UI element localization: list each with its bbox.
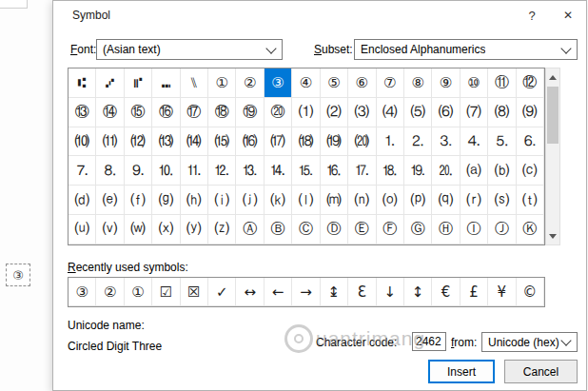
symbol-cell[interactable]: ⒠ — [96, 186, 124, 215]
symbol-cell[interactable]: ⑸ — [404, 98, 432, 127]
symbol-cell[interactable]: ⒔ — [236, 156, 264, 186]
symbol-cell[interactable]: ⒝ — [488, 156, 516, 186]
symbol-cell[interactable]: ⒅ — [292, 127, 320, 157]
symbol-cell[interactable]: ⒘ — [348, 156, 376, 186]
recent-symbol-cell[interactable]: ☒ — [181, 278, 208, 306]
symbol-cell[interactable]: ⒛ — [432, 156, 460, 186]
recent-symbol-cell[interactable]: ↓ — [377, 278, 404, 306]
symbol-cell[interactable]: ⑮ — [125, 98, 152, 127]
symbol-cell[interactable]: ⑺ — [461, 98, 488, 127]
symbol-cell[interactable]: Ⓓ — [321, 215, 348, 244]
symbol-cell[interactable]: Ⓕ — [377, 215, 404, 244]
symbol-cell[interactable]: ⒌ — [488, 127, 516, 157]
recent-symbol-cell[interactable]: € — [432, 278, 460, 306]
symbol-cell[interactable]: ⒭ — [461, 186, 488, 215]
symbol-cell[interactable]: ⒃ — [236, 127, 264, 157]
scroll-up-icon[interactable] — [546, 69, 559, 85]
symbol-cell[interactable]: ⒱ — [96, 215, 124, 244]
symbol-cell[interactable]: ② — [236, 68, 264, 98]
symbol-cell[interactable]: Ⓔ — [348, 215, 376, 244]
help-icon[interactable]: ? — [523, 7, 540, 24]
symbol-cell[interactable]: ⒐ — [125, 156, 152, 186]
insert-button[interactable]: Insert — [428, 360, 495, 383]
symbol-cell[interactable]: ⑾ — [96, 127, 124, 157]
character-code-input[interactable] — [412, 332, 446, 351]
symbol-cell[interactable]: ⑼ — [517, 98, 544, 127]
symbol-cell[interactable]: ⒓ — [208, 156, 236, 186]
dialog-title-bar[interactable]: Symbol ? ✕ — [53, 1, 586, 29]
symbol-cell[interactable]: ⒰ — [69, 215, 96, 244]
symbol-cell[interactable]: ⒪ — [377, 186, 404, 215]
recent-symbol-cell[interactable]: ↕ — [404, 278, 432, 306]
symbol-cell[interactable]: ⒬ — [432, 186, 460, 215]
symbol-cell[interactable]: Ⓖ — [404, 215, 432, 244]
font-dropdown[interactable]: (Asian text) — [96, 39, 283, 60]
symbol-cell[interactable]: ⑰ — [181, 98, 208, 127]
symbol-cell[interactable]: ⒖ — [292, 156, 320, 186]
symbol-cell[interactable]: ⑶ — [348, 98, 376, 127]
scrollbar-thumb[interactable] — [547, 87, 559, 144]
symbol-cell[interactable]: ⑥ — [348, 68, 376, 98]
recent-symbol-cell[interactable]: ① — [125, 278, 152, 306]
symbol-cell[interactable]: ① — [208, 68, 236, 98]
symbol-cell[interactable]: ⒉ — [404, 127, 432, 157]
symbol-cell[interactable]: ⒟ — [69, 186, 96, 215]
recent-symbol-cell[interactable]: £ — [461, 278, 488, 306]
symbol-cell[interactable]: ⑹ — [432, 98, 460, 127]
symbol-cell[interactable]: Ⓗ — [432, 215, 460, 244]
symbol-cell[interactable]: ⒢ — [152, 186, 180, 215]
symbol-cell[interactable]: ⒀ — [152, 127, 180, 157]
symbol-cell[interactable]: ⑧ — [404, 68, 432, 98]
symbol-cell[interactable]: ⑆ — [69, 68, 96, 98]
symbol-cell[interactable]: ⑬ — [69, 98, 96, 127]
symbol-cell[interactable]: ⒗ — [321, 156, 348, 186]
symbol-cell[interactable]: ⑊ — [181, 68, 208, 98]
close-icon[interactable]: ✕ — [559, 7, 577, 24]
symbol-cell[interactable]: ⒋ — [461, 127, 488, 157]
symbol-cell[interactable]: Ⓑ — [265, 215, 292, 244]
recent-symbol-cell[interactable]: ¥ — [488, 278, 516, 306]
symbol-cell[interactable]: ⑿ — [125, 127, 152, 157]
symbol-cell[interactable]: ⒙ — [377, 156, 404, 186]
symbol-cell[interactable]: ⑩ — [461, 68, 488, 98]
inserted-symbol-box[interactable]: ③ — [6, 264, 30, 286]
symbol-cell[interactable]: ⒕ — [265, 156, 292, 186]
symbol-cell[interactable]: ③ — [265, 68, 292, 98]
recent-symbol-cell[interactable]: ② — [96, 278, 124, 306]
symbol-cell[interactable]: ⑈ — [125, 68, 152, 98]
symbol-cell[interactable]: ⑳ — [265, 98, 292, 127]
symbol-cell[interactable]: ⒊ — [432, 127, 460, 157]
scroll-down-icon[interactable] — [546, 228, 559, 244]
symbol-cell[interactable]: Ⓙ — [488, 215, 516, 244]
symbol-cell[interactable]: Ⓒ — [292, 215, 320, 244]
symbol-cell[interactable]: ⑭ — [96, 98, 124, 127]
symbol-cell[interactable]: ⑲ — [236, 98, 264, 127]
recent-symbol-cell[interactable]: ↔ — [236, 278, 264, 306]
recent-symbol-cell[interactable]: ✓ — [208, 278, 236, 306]
symbol-cell[interactable]: ⑨ — [432, 68, 460, 98]
symbol-cell[interactable]: ⒯ — [517, 186, 544, 215]
symbol-cell[interactable]: ⒳ — [152, 215, 180, 244]
symbol-cell[interactable]: ⒈ — [377, 127, 404, 157]
cancel-button[interactable]: Cancel — [504, 360, 578, 383]
symbol-cell[interactable]: ⒏ — [96, 156, 124, 186]
symbol-cell[interactable]: ⒨ — [321, 186, 348, 215]
symbol-cell[interactable]: ⑦ — [377, 68, 404, 98]
symbol-cell[interactable]: ⒑ — [152, 156, 180, 186]
symbol-cell[interactable]: ⑤ — [321, 68, 348, 98]
symbol-cell[interactable]: ⒁ — [181, 127, 208, 157]
symbol-cell[interactable]: Ⓘ — [461, 215, 488, 244]
symbol-cell[interactable]: ⒫ — [404, 186, 432, 215]
symbol-cell[interactable]: ⒞ — [517, 156, 544, 186]
symbol-cell[interactable]: ⒧ — [292, 186, 320, 215]
from-dropdown[interactable]: Unicode (hex) — [481, 332, 578, 352]
symbol-cell[interactable]: ⒚ — [404, 156, 432, 186]
symbol-cell[interactable]: Ⓚ — [517, 215, 544, 244]
recent-symbol-cell[interactable]: Ɛ — [348, 278, 376, 306]
subset-dropdown[interactable]: Enclosed Alphanumerics — [354, 39, 578, 60]
recent-symbol-cell[interactable]: ↨ — [321, 278, 348, 306]
symbol-cell[interactable]: ⒵ — [208, 215, 236, 244]
symbol-cell[interactable]: ⒡ — [125, 186, 152, 215]
scrollbar[interactable] — [545, 68, 560, 245]
symbol-cell[interactable]: ⑽ — [69, 127, 96, 157]
